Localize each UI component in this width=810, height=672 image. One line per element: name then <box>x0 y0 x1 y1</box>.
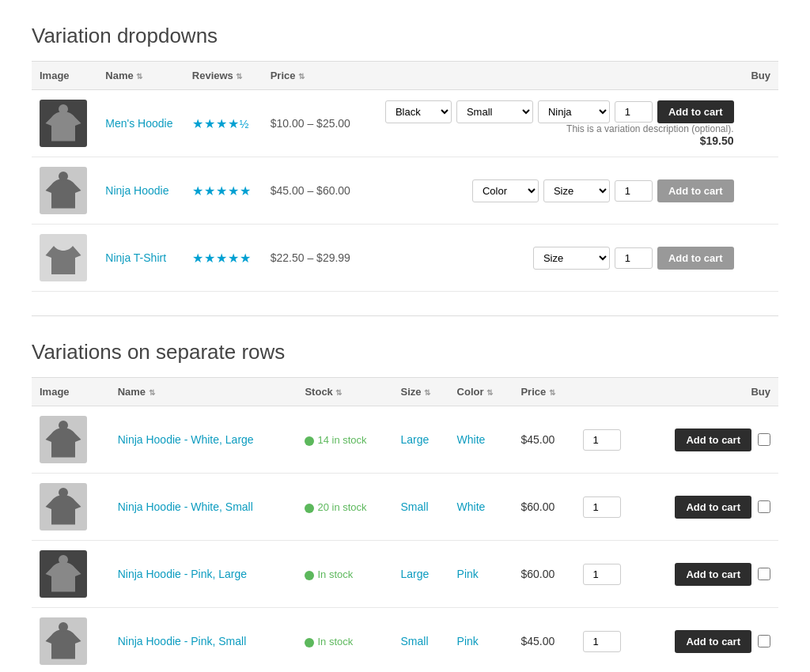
col-header-color: Color ⇅ <box>449 378 513 406</box>
hoodie-icon <box>40 167 87 214</box>
product-name-link[interactable]: Ninja Hoodie - White, Large <box>118 433 254 446</box>
row-checkbox[interactable] <box>758 568 770 580</box>
hoodie-icon <box>40 550 87 598</box>
product-price: $45.00 <box>520 433 555 446</box>
col-header-qty <box>575 378 642 406</box>
hoodie-icon <box>40 617 87 665</box>
product-price: $60.00 <box>520 500 555 513</box>
variation-dropdowns-table: Image Name ⇅ Reviews ⇅ Price ⇅ Buy Men's… <box>32 61 778 292</box>
add-to-cart-button[interactable]: Add to cart <box>675 496 751 519</box>
size-select[interactable]: Small Medium Large <box>456 100 533 123</box>
quantity-input[interactable] <box>615 247 653 269</box>
stock-indicator <box>305 638 314 647</box>
stock-indicator <box>305 436 314 446</box>
product-image <box>40 100 87 147</box>
row-checkbox[interactable] <box>758 635 770 647</box>
product-price: $45.00 – $60.00 <box>271 184 350 197</box>
size-link[interactable]: Small <box>401 635 429 647</box>
svg-point-0 <box>59 104 68 114</box>
hoodie-icon <box>40 100 87 147</box>
product-price: $22.50 – $29.99 <box>271 251 350 264</box>
add-to-cart-button[interactable]: Add to cart <box>675 563 751 586</box>
quantity-input[interactable] <box>583 496 621 518</box>
svg-point-3 <box>59 488 68 497</box>
product-name-link[interactable]: Ninja Hoodie <box>105 184 168 197</box>
stock-indicator <box>305 504 314 513</box>
variation-price: $19.50 <box>370 134 734 147</box>
color-link[interactable]: White <box>457 500 486 513</box>
col-header-stock: Stock ⇅ <box>297 378 392 406</box>
hoodie-icon <box>40 483 87 530</box>
col-header-buy: Buy <box>742 62 778 90</box>
quantity-input[interactable] <box>583 429 621 451</box>
color-link[interactable]: Pink <box>457 635 479 647</box>
col-header-controls <box>362 62 742 90</box>
size-link[interactable]: Large <box>401 568 430 580</box>
stock-status: 20 in stock <box>305 501 366 513</box>
section1-title: Variation dropdowns <box>32 24 778 48</box>
product-price: $10.00 – $25.00 <box>271 117 350 130</box>
svg-point-4 <box>59 555 68 564</box>
variation-note: This is a variation description (optiona… <box>370 123 734 134</box>
table-row: Ninja Hoodie ★★★★★ $45.00 – $60.00 Color… <box>32 157 778 225</box>
col-header-reviews: Reviews ⇅ <box>184 62 263 90</box>
size-link[interactable]: Small <box>401 500 429 513</box>
add-to-cart-button[interactable]: Add to cart <box>675 428 751 451</box>
product-name-link[interactable]: Men's Hoodie <box>105 117 172 130</box>
color-link[interactable]: Pink <box>457 568 479 580</box>
quantity-input[interactable] <box>615 180 653 202</box>
size-select[interactable]: Size Small Medium Large <box>533 247 610 270</box>
stock-status: 14 in stock <box>305 434 366 446</box>
quantity-input[interactable] <box>615 101 653 123</box>
variation-controls: Black White Pink Small Medium Large Ninj… <box>370 100 734 123</box>
product-stars: ★★★★★ <box>192 184 252 198</box>
quantity-input[interactable] <box>583 631 621 652</box>
stock-status: In stock <box>305 568 353 580</box>
product-stars: ★★★★★ <box>192 251 252 265</box>
row-checkbox[interactable] <box>758 500 770 513</box>
product-image <box>40 167 87 214</box>
col-header-price: Price ⇅ <box>513 378 574 406</box>
svg-point-1 <box>59 172 68 181</box>
table-row: Men's Hoodie ★★★★½ $10.00 – $25.00 Black… <box>32 90 778 157</box>
section2-title: Variations on separate rows <box>32 340 778 364</box>
quantity-input[interactable] <box>583 564 621 585</box>
table-row: Ninja Hoodie - Pink, Large In stock Larg… <box>32 541 778 608</box>
col-header-image: Image <box>32 62 97 90</box>
svg-point-5 <box>59 622 68 632</box>
add-to-cart-button[interactable]: Add to cart <box>675 630 751 653</box>
color-link[interactable]: White <box>457 433 486 446</box>
product-name-link[interactable]: Ninja T-Shirt <box>105 251 166 264</box>
style-select[interactable]: Ninja Casual <box>538 100 610 123</box>
size-select[interactable]: Size Small Large <box>543 179 610 202</box>
col-header-image: Image <box>32 378 110 406</box>
color-select[interactable]: Color Black White Pink <box>472 179 539 202</box>
product-name-link[interactable]: Ninja Hoodie - White, Small <box>118 500 253 513</box>
product-name-link[interactable]: Ninja Hoodie - Pink, Small <box>118 635 247 647</box>
svg-point-2 <box>59 421 68 430</box>
stock-status: In stock <box>305 636 353 647</box>
variation-controls: Color Black White Pink Size Small Large … <box>370 179 734 202</box>
add-to-cart-button[interactable]: Add to cart <box>657 100 734 123</box>
color-select[interactable]: Black White Pink <box>385 100 452 123</box>
col-header-name: Name ⇅ <box>110 378 297 406</box>
table-row: Ninja T-Shirt ★★★★★ $22.50 – $29.99 Size… <box>32 225 778 292</box>
product-name-link[interactable]: Ninja Hoodie - Pink, Large <box>118 568 247 580</box>
table-row: Ninja Hoodie - White, Large 14 in stock … <box>32 406 778 474</box>
hoodie-icon <box>40 416 87 463</box>
col-header-price: Price ⇅ <box>263 62 362 90</box>
stock-indicator <box>305 571 314 580</box>
product-price: $45.00 <box>520 635 555 647</box>
add-to-cart-button[interactable]: Add to cart <box>657 179 734 202</box>
section-divider <box>32 315 778 316</box>
variations-separate-rows-table: Image Name ⇅ Stock ⇅ Size ⇅ Color ⇅ Pric… <box>32 377 778 672</box>
variation-controls: Size Small Medium Large Add to cart <box>370 247 734 270</box>
product-stars: ★★★★½ <box>192 117 250 130</box>
size-link[interactable]: Large <box>401 433 430 446</box>
product-image <box>40 483 87 530</box>
col-header-name: Name ⇅ <box>97 62 184 90</box>
add-to-cart-button[interactable]: Add to cart <box>657 247 734 270</box>
row-checkbox[interactable] <box>758 433 770 446</box>
product-image <box>40 234 87 281</box>
tshirt-icon <box>40 234 87 281</box>
